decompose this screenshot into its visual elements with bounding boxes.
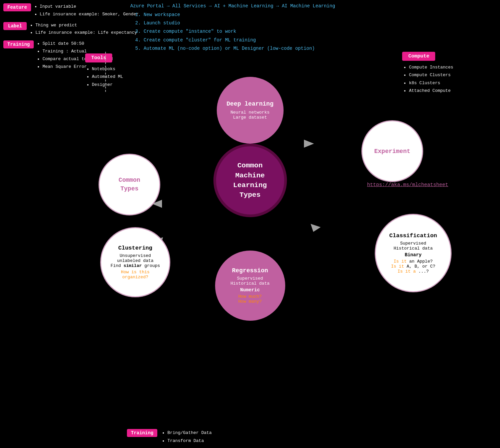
deep-learning-circle: Deep learning Neural networks Large data… [217,77,284,144]
azure-step-1: New workspace [144,11,497,19]
tools-badge: Tools [85,53,112,62]
experiment-circle: Experiment [361,120,423,182]
compute-item-4: Attached Compute [409,87,453,95]
tools-box: Tools Notebooks Automated ML Designer [85,53,123,89]
training-bottom-list: Bring/Gather Data Transform Data [161,429,212,445]
classification-line1: Supervised [400,241,426,246]
training-badge: Training [3,40,34,48]
regression-line1: Supervised [237,276,263,281]
classification-q3: Is it a ...? [397,269,429,274]
clustering-line1: Unsupervised [120,253,151,258]
azure-step-4: Create compute "cluster" for ML training [144,36,497,44]
tools-item-2: Automated ML [92,73,123,81]
compute-item-3: k8s Clusters [409,79,453,87]
common-types-text: Common Types [119,176,140,193]
regression-line2: Historical data [230,281,270,286]
regression-bold: Numeric [240,287,260,293]
classification-title: Classification [389,233,437,239]
classification-line2: Historical data [393,246,433,251]
feature-item-2: Life insurance example: Smoker, Gender [40,11,139,18]
classification-bold: Binary [405,252,422,258]
azure-step-2: Launch studio [144,19,497,27]
center-text: Common Machine Learning Types [233,161,267,200]
azure-step-3: Create compute "instance" to work [144,27,497,36]
center-circle: Common Machine Learning Types [213,144,287,217]
training-bottom-item-2: Transform Data [167,437,212,445]
clustering-question: How is this organized? [108,270,163,280]
feature-row: Feature Input variable Life insurance ex… [3,3,139,19]
label-row: Label Thing we predict Life insurance ex… [3,22,139,37]
feature-text: Input variable Life insurance example: S… [34,3,139,19]
training-item-1: Split date 50:50 [42,40,113,47]
compute-badge: Compute [402,52,435,61]
regression-q2: How many? [238,299,262,304]
tools-item-1: Notebooks [92,65,123,73]
clustering-title: Clustering [118,245,152,251]
compute-item-2: Compute Clusters [409,71,453,79]
dotted-line [105,52,106,92]
regression-circle: Regression Supervised Historical data Nu… [215,251,285,321]
feature-badge: Feature [3,3,31,11]
label-text: Thing we predict Life insurance example:… [30,22,137,37]
deep-learning-title: Deep learning [226,101,273,107]
label-badge: Label [3,22,27,30]
tools-item-3: Designer [92,81,123,89]
classification-q1: Is it an Apple? [393,259,433,264]
clustering-line2: unlabeled data [117,258,153,263]
training-bottom-section: Training Bring/Gather Data Transform Dat… [127,429,212,445]
deep-learning-line1: Neural networks [230,110,270,115]
tools-list: Notebooks Automated ML Designer [85,65,123,89]
azure-path-line: Azure Portal → All Services → AI + Machi… [130,3,497,9]
regression-q1: How much? [238,294,262,299]
label-item-1: Thing we predict [35,22,137,29]
common-types-circle: Common Types [99,154,160,215]
classification-q2: Is it A, B, or C? [391,264,436,269]
feature-item-1: Input variable [40,3,139,10]
compute-box: Compute Compute Instances Compute Cluste… [402,52,453,95]
azure-path: Azure Portal → All Services → AI + Machi… [130,3,497,53]
clustering-circle: Clustering Unsupervised unlabeled data F… [100,227,170,297]
ml-link[interactable]: https://aka.ms/mlcheatsheet [367,182,448,188]
experiment-text: Experiment [374,148,410,155]
training-bottom-badge: Training [127,429,157,437]
regression-title: Regression [232,267,268,274]
azure-steps: New workspace Launch studio Create compu… [144,11,497,53]
label-item-2: Life insurance example: Life expectancy [35,29,137,36]
compute-item-1: Compute Instances [409,63,453,71]
clustering-line3: Find similar groups [111,263,160,268]
training-bottom-item-1: Bring/Gather Data [167,429,212,437]
arrow-right-exp [304,140,314,148]
arrow-right-class [311,224,321,232]
classification-circle: Classification Supervised Historical dat… [375,214,452,292]
deep-learning-line2: Large dataset [233,115,267,120]
compute-list: Compute Instances Compute Clusters k8s C… [402,63,453,95]
